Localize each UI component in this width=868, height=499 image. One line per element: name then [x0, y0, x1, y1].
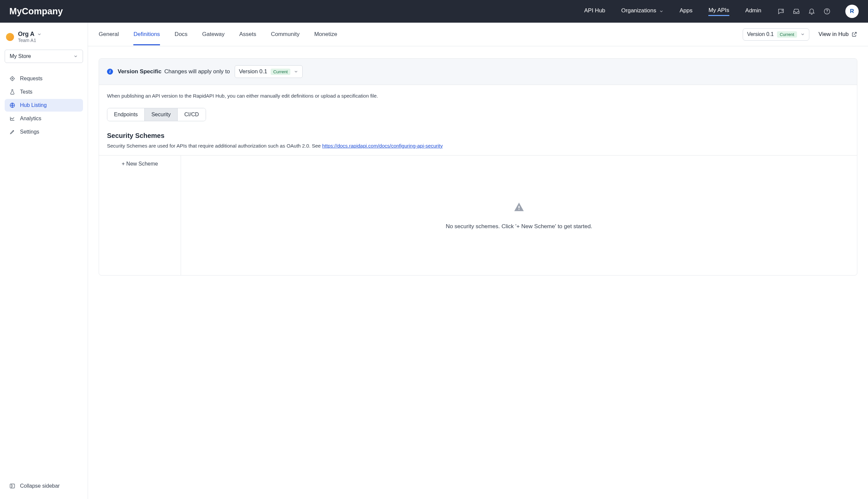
tab-docs[interactable]: Docs: [175, 24, 188, 45]
version-notice: i Version Specific Changes will apply on…: [99, 59, 857, 85]
info-icon: i: [107, 69, 113, 75]
collapse-sidebar[interactable]: Collapse sidebar: [5, 480, 83, 492]
sidebar-item-label: Hub Listing: [20, 102, 47, 108]
notice-strong: Version Specific: [118, 68, 161, 75]
top-header: MyCompany API Hub Organizations Apps My …: [0, 0, 868, 23]
schemes-sidebar: + New Scheme: [99, 156, 181, 275]
version-select[interactable]: Version 0.1 Current: [743, 28, 809, 41]
tab-monetize[interactable]: Monetize: [314, 24, 337, 45]
section-desc-link[interactable]: https://docs.rapidapi.com/docs/configuri…: [322, 143, 443, 148]
pencil-icon: [9, 129, 15, 135]
brand-logo[interactable]: MyCompany: [9, 6, 63, 17]
view-in-hub-link[interactable]: View in Hub: [819, 31, 857, 38]
header-icons: R: [777, 5, 859, 18]
tab-definitions[interactable]: Definitions: [133, 24, 160, 45]
chevron-down-icon: [294, 69, 298, 74]
new-scheme-button[interactable]: + New Scheme: [99, 156, 181, 172]
tabbar-right: Version 0.1 Current View in Hub: [743, 28, 857, 41]
sidebar-item-settings[interactable]: Settings: [5, 125, 83, 138]
bell-icon[interactable]: [808, 8, 815, 15]
version-inline-select[interactable]: Version 0.1 Current: [235, 65, 303, 78]
layout: Org A Team A1 My Store Requests Tests Hu…: [0, 23, 868, 499]
svg-rect-6: [519, 206, 520, 208]
org-header[interactable]: Org A Team A1: [5, 31, 83, 50]
chevron-down-icon: [37, 32, 41, 37]
target-icon: [9, 76, 15, 82]
section-desc-text: Security Schemes are used for APIs that …: [107, 143, 322, 148]
sidebar-items: Requests Tests Hub Listing Analytics Set…: [5, 72, 83, 138]
svg-point-2: [11, 77, 14, 81]
org-team: Team A1: [18, 38, 41, 43]
svg-point-1: [827, 13, 827, 13]
tabs: General Definitions Docs Gateway Assets …: [99, 24, 337, 45]
sidebar-item-hub-listing[interactable]: Hub Listing: [5, 99, 83, 112]
user-avatar[interactable]: R: [845, 5, 859, 18]
chevron-down-icon: [800, 32, 805, 37]
notice-text: Changes will apply only to: [164, 68, 230, 75]
nav-api-hub[interactable]: API Hub: [584, 7, 605, 15]
current-badge: Current: [777, 31, 797, 38]
tab-general[interactable]: General: [99, 24, 119, 45]
warning-triangle-icon: [513, 201, 525, 212]
org-name: Org A: [18, 31, 34, 38]
sidebar: Org A Team A1 My Store Requests Tests Hu…: [0, 23, 88, 499]
nav-organizations[interactable]: Organizations: [621, 7, 656, 15]
chat-icon[interactable]: [777, 8, 785, 15]
sidebar-item-label: Tests: [20, 89, 32, 95]
schemes-empty-state: No security schemes. Click '+ New Scheme…: [181, 156, 857, 275]
subtab-cicd[interactable]: CI/CD: [177, 108, 206, 121]
subtab-endpoints[interactable]: Endpoints: [107, 108, 144, 121]
sidebar-item-label: Settings: [20, 129, 39, 135]
version-label: Version 0.1: [747, 31, 774, 37]
section-desc: Security Schemes are used for APIs that …: [107, 143, 849, 148]
org-avatar-icon: [6, 33, 14, 41]
nav-my-apis[interactable]: My APIs: [708, 7, 729, 16]
nav-admin[interactable]: Admin: [745, 7, 761, 15]
store-select[interactable]: My Store: [5, 50, 83, 63]
tab-assets[interactable]: Assets: [239, 24, 256, 45]
main-content: General Definitions Docs Gateway Assets …: [88, 23, 868, 499]
empty-state-text: No security schemes. Click '+ New Scheme…: [446, 223, 592, 230]
nav-apps[interactable]: Apps: [680, 7, 693, 15]
chevron-down-icon: [659, 9, 664, 14]
svg-point-3: [12, 78, 13, 79]
help-icon[interactable]: [823, 8, 831, 15]
section-title: Security Schemes: [107, 132, 849, 139]
globe-icon: [9, 102, 15, 108]
beaker-icon: [9, 89, 15, 95]
panel: i Version Specific Changes will apply on…: [99, 58, 857, 276]
chart-icon: [9, 115, 15, 122]
tabbar: General Definitions Docs Gateway Assets …: [88, 23, 868, 46]
collapse-icon: [9, 483, 15, 489]
collapse-label: Collapse sidebar: [20, 483, 60, 489]
sidebar-item-label: Analytics: [20, 115, 41, 122]
subtabs: Endpoints Security CI/CD: [107, 108, 206, 121]
content: i Version Specific Changes will apply on…: [88, 46, 868, 288]
store-select-label: My Store: [10, 53, 31, 59]
version-inline-label: Version 0.1: [239, 68, 267, 75]
svg-rect-7: [519, 209, 520, 210]
panel-body: When publishing an API version to the Ra…: [99, 85, 857, 275]
top-nav: API Hub Organizations Apps My APIs Admin: [584, 7, 762, 16]
current-badge: Current: [271, 69, 290, 75]
inbox-icon[interactable]: [793, 8, 800, 15]
tab-community[interactable]: Community: [271, 24, 300, 45]
sidebar-item-tests[interactable]: Tests: [5, 86, 83, 98]
sidebar-item-label: Requests: [20, 76, 43, 82]
external-link-icon: [851, 31, 857, 37]
chevron-down-icon: [73, 54, 78, 59]
schemes-container: + New Scheme No security schemes. Click …: [99, 155, 857, 275]
sidebar-item-analytics[interactable]: Analytics: [5, 112, 83, 125]
definitions-desc: When publishing an API version to the Ra…: [107, 93, 849, 99]
sidebar-item-requests[interactable]: Requests: [5, 72, 83, 85]
subtab-security[interactable]: Security: [144, 108, 177, 121]
view-in-hub-label: View in Hub: [819, 31, 849, 38]
tab-gateway[interactable]: Gateway: [202, 24, 225, 45]
